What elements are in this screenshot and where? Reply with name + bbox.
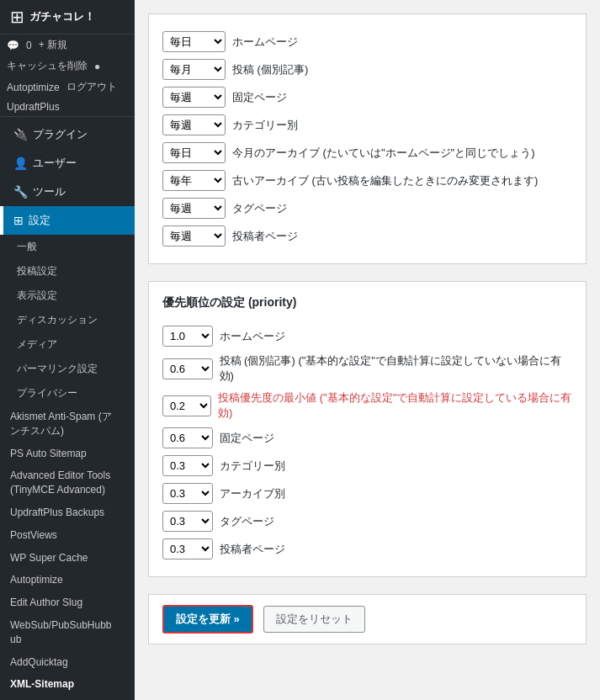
users-icon: 👤 [13, 156, 28, 170]
prio-select-category[interactable]: 0.30.50.2 [162, 455, 213, 476]
prio-row-page: 0.60.50.7 固定ページ [162, 424, 572, 452]
prio-select-post-min[interactable]: 0.20.10.30.5 [162, 395, 211, 416]
prio-row-post: 0.61.00.50.4 投稿 (個別記事) ("基本的な設定"で自動計算に設定… [162, 350, 572, 387]
freq-label-post: 投稿 (個別記事) [232, 62, 308, 77]
plugin-postviews[interactable]: PostViews [0, 524, 135, 547]
freq-select-archive-old[interactable]: 毎年毎時毎日毎週毎月 [162, 170, 226, 191]
submenu-privacy[interactable]: プライバシー [0, 381, 135, 406]
content-area: 毎日毎時毎週毎月毎年 ホームページ 毎月毎時毎日毎週毎年 投稿 (個別記事) 毎… [135, 0, 600, 700]
priority-section: 優先順位の設定 (priority) 1.00.90.80.70.60.5 ホー… [148, 281, 587, 577]
cache-clear-link[interactable]: キャッシュを削除 [7, 59, 88, 73]
prio-select-homepage[interactable]: 1.00.90.80.70.60.5 [162, 326, 213, 347]
comment-icon: 💬 [7, 40, 19, 51]
freq-label-archive-old: 古いアーカイブ (古い投稿を編集したときにのみ変更されます) [232, 173, 538, 188]
plugin-xml-sitemap[interactable]: XML-Sitemap [0, 673, 135, 696]
prio-row-category: 0.30.50.2 カテゴリー別 [162, 452, 572, 480]
prio-label-homepage: ホームページ [220, 329, 285, 344]
prio-row-author: 0.30.50.2 投稿者ページ [162, 535, 572, 563]
plugin-edit-author-slug[interactable]: Edit Author Slug [0, 591, 135, 614]
updraftplus-link[interactable]: UpdraftPlus [7, 101, 60, 113]
plugin-akismet[interactable]: Akismet Anti-Spam (アンチスパム) [0, 406, 135, 443]
sidebar: ⊞ ガチャコレ！ 💬 0 + 新規 キャッシュを削除 ● Autoptimize… [0, 0, 135, 700]
submenu-reading[interactable]: 表示設定 [0, 284, 135, 308]
prio-select-post[interactable]: 0.61.00.50.4 [162, 358, 213, 379]
frequency-section: 毎日毎時毎週毎月毎年 ホームページ 毎月毎時毎日毎週毎年 投稿 (個別記事) 毎… [148, 13, 587, 264]
prio-row-archive: 0.30.50.2 アーカイブ別 [162, 480, 572, 507]
freq-label-homepage: ホームページ [232, 34, 298, 50]
autoptimize-label[interactable]: Autoptimize [7, 82, 60, 93]
freq-label-author: 投稿者ページ [232, 229, 298, 244]
logout-link[interactable]: ログアウト [66, 80, 117, 94]
freq-select-category[interactable]: 毎週毎時毎日毎月毎年 [162, 114, 226, 135]
priority-section-title: 優先順位の設定 (priority) [162, 295, 572, 310]
freq-row-post: 毎月毎時毎日毎週毎年 投稿 (個別記事) [162, 56, 572, 83]
freq-row-category: 毎週毎時毎日毎月毎年 カテゴリー別 [162, 111, 572, 139]
prio-label-category: カテゴリー別 [220, 459, 285, 474]
freq-row-homepage: 毎日毎時毎週毎月毎年 ホームページ [162, 28, 572, 56]
freq-row-author: 毎週毎時毎日毎月毎年 投稿者ページ [162, 222, 572, 250]
prio-label-archive: アーカイブ別 [220, 486, 285, 501]
submenu-permalink[interactable]: パーマリンク設定 [0, 357, 135, 381]
autoptimize-link: ● [94, 61, 100, 72]
prio-label-post: 投稿 (個別記事) ("基本的な設定"で自動計算に設定していない場合に有効) [220, 353, 573, 384]
freq-select-tag[interactable]: 毎週毎時毎日毎月毎年 [162, 198, 226, 219]
freq-select-page[interactable]: 毎週毎時毎日毎月毎年 [162, 87, 226, 108]
plugin-addquicktag[interactable]: AddQuicktag [0, 651, 135, 674]
sidebar-item-tools[interactable]: 🔧 ツール [0, 178, 135, 206]
freq-label-page: 固定ページ [232, 90, 287, 105]
sidebar-item-settings[interactable]: ⊞ 設定 [0, 206, 135, 235]
main-content: 毎日毎時毎週毎月毎年 ホームページ 毎月毎時毎日毎週毎年 投稿 (個別記事) 毎… [135, 0, 600, 700]
reset-settings-button[interactable]: 設定をリセット [263, 606, 365, 633]
sidebar-item-users[interactable]: 👤 ユーザー [0, 149, 135, 178]
prio-select-tag[interactable]: 0.30.50.2 [162, 511, 213, 532]
plugin-ps-auto-sitemap[interactable]: PS Auto Sitemap [0, 443, 135, 465]
tools-icon: 🔧 [13, 185, 28, 199]
freq-row-tag: 毎週毎時毎日毎月毎年 タグページ [162, 194, 572, 222]
freq-label-category: カテゴリー別 [232, 118, 298, 133]
freq-select-archive-month[interactable]: 毎日毎時毎週毎月毎年 [162, 142, 226, 163]
prio-row-tag: 0.30.50.2 タグページ [162, 507, 572, 535]
freq-select-author[interactable]: 毎週毎時毎日毎月毎年 [162, 225, 226, 247]
new-post-link[interactable]: + 新規 [39, 38, 67, 52]
prio-select-author[interactable]: 0.30.50.2 [162, 538, 213, 559]
plugin-advanced-editor[interactable]: Advanced Editor Tools(TinyMCE Advanced) [0, 464, 135, 501]
freq-row-archive-old: 毎年毎時毎日毎週毎月 古いアーカイブ (古い投稿を編集したときにのみ変更されます… [162, 167, 572, 194]
wordpress-icon: ⊞ [10, 7, 24, 27]
freq-select-homepage[interactable]: 毎日毎時毎週毎月毎年 [162, 31, 226, 52]
sidebar-item-plugins[interactable]: 🔌 プラグイン [0, 120, 135, 149]
submenu-discussion[interactable]: ディスカッション [0, 308, 135, 332]
freq-select-post[interactable]: 毎月毎時毎日毎週毎年 [162, 59, 226, 80]
sidebar-submenu-settings: 一般 投稿設定 表示設定 ディスカッション メディア パーマリンク設定 プライバ… [0, 235, 135, 700]
plugin-updraftplus[interactable]: UpdraftPlus Backups [0, 501, 135, 524]
prio-label-author: 投稿者ページ [220, 542, 285, 557]
plugin-autoptimize[interactable]: Autoptimize [0, 569, 135, 591]
prio-label-tag: タグページ [220, 514, 274, 529]
plugin-wp-super-cache[interactable]: WP Super Cache [0, 547, 135, 570]
prio-row-homepage: 1.00.90.80.70.60.5 ホームページ [162, 322, 572, 350]
submenu-writing[interactable]: 投稿設定 [0, 259, 135, 284]
comment-count[interactable]: 0 [26, 40, 32, 51]
submenu-general[interactable]: 一般 [0, 235, 135, 259]
update-settings-button[interactable]: 設定を更新 » [162, 605, 253, 634]
sidebar-header: ⊞ ガチャコレ！ [0, 0, 135, 34]
prio-row-post-min: 0.20.10.30.5 投稿優先度の最小値 ("基本的な設定"で自動計算に設定… [162, 387, 572, 424]
submenu-media[interactable]: メディア [0, 332, 135, 357]
freq-label-archive-month: 今月のアーカイブ (たいていは"ホームページ"と同じでしょう) [232, 146, 535, 161]
frequency-table: 毎日毎時毎週毎月毎年 ホームページ 毎月毎時毎日毎週毎年 投稿 (個別記事) 毎… [162, 28, 572, 250]
prio-select-archive[interactable]: 0.30.50.2 [162, 483, 213, 504]
freq-row-archive-month: 毎日毎時毎週毎月毎年 今月のアーカイブ (たいていは"ホームページ"と同じでしょ… [162, 139, 572, 167]
plugins-icon: 🔌 [13, 128, 28, 141]
prio-label-post-min: 投稿優先度の最小値 ("基本的な設定"で自動計算に設定している場合に有効) [218, 390, 572, 421]
freq-row-page: 毎週毎時毎日毎月毎年 固定ページ [162, 83, 572, 111]
site-name[interactable]: ガチャコレ！ [29, 9, 95, 24]
freq-label-tag: タグページ [232, 201, 287, 216]
settings-icon: ⊞ [13, 214, 24, 227]
plugin-websub[interactable]: WebSub/PubSubHubbub [0, 614, 135, 651]
prio-select-page[interactable]: 0.60.50.7 [162, 427, 213, 448]
sidebar-menu: 🔌 プラグイン 👤 ユーザー 🔧 ツール ⊞ 設定 一般 投稿設定 表示設定 デ… [0, 117, 135, 700]
admin-bar: 💬 0 + 新規 キャッシュを削除 ● Autoptimize ログアウト Up… [0, 34, 135, 117]
plugin-ewww[interactable]: EWWW ImageOptimizer [0, 696, 135, 700]
action-bar: 設定を更新 » 設定をリセット [148, 594, 587, 644]
prio-label-page: 固定ページ [220, 431, 274, 446]
